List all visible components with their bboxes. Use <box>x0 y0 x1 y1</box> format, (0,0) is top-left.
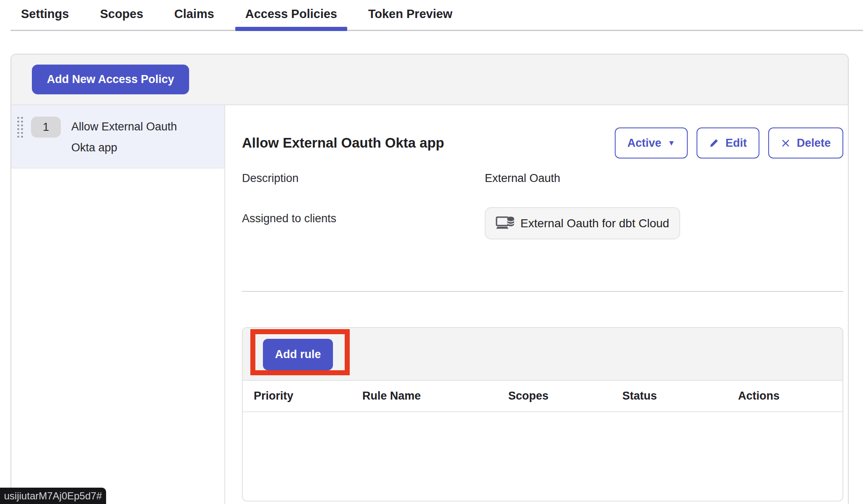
add-new-access-policy-button[interactable]: Add New Access Policy <box>32 65 189 94</box>
assigned-clients-label: Assigned to clients <box>242 207 485 225</box>
close-icon <box>781 138 790 148</box>
column-header-actions: Actions <box>727 390 842 403</box>
delete-button[interactable]: Delete <box>768 127 843 158</box>
client-chip-label: External Oauth for dbt Cloud <box>520 217 669 230</box>
status-dropdown-button[interactable]: Active ▼ <box>615 127 688 158</box>
rules-card: Add rule Priority Rule Name Scopes Statu… <box>242 327 843 501</box>
description-value: External Oauth <box>485 172 843 185</box>
status-dropdown-label: Active <box>627 137 661 150</box>
assigned-clients-value: External Oauth for dbt Cloud <box>485 207 843 239</box>
column-header-rule-name: Rule Name <box>351 390 497 403</box>
tab-token-preview[interactable]: Token Preview <box>358 0 463 28</box>
access-policies-panel: Add New Access Policy <box>10 54 849 504</box>
delete-button-label: Delete <box>797 137 831 150</box>
client-app-icon <box>496 215 515 232</box>
chevron-down-icon: ▼ <box>668 139 675 147</box>
tab-claims[interactable]: Claims <box>164 0 224 28</box>
policy-list-item-label: Allow External Oauth Okta app <box>71 116 197 158</box>
tab-settings[interactable]: Settings <box>11 0 79 28</box>
rules-table-header: Priority Rule Name Scopes Status Actions <box>243 381 842 412</box>
description-row: Description External Oauth <box>242 172 843 185</box>
policy-list-item[interactable]: 1 Allow External Oauth Okta app <box>11 105 224 169</box>
assigned-clients-row: Assigned to clients <box>242 207 843 239</box>
column-header-scopes: Scopes <box>497 390 611 403</box>
tab-label: Access Policies <box>245 7 337 21</box>
edit-button[interactable]: Edit <box>697 127 759 158</box>
tab-label: Token Preview <box>368 7 452 21</box>
column-header-priority: Priority <box>243 390 351 403</box>
tab-label: Settings <box>21 7 69 21</box>
tab-label: Scopes <box>100 7 143 21</box>
panel-body: 1 Allow External Oauth Okta app Allow Ex… <box>11 105 848 504</box>
annotation-highlight-box: Add rule <box>250 329 350 375</box>
column-header-status: Status <box>611 390 727 403</box>
tab-access-policies[interactable]: Access Policies <box>235 0 347 28</box>
link-status-tooltip: usijiutarM7Aj0Ep5d7# <box>0 488 106 504</box>
tabs: Settings Scopes Claims Access Policies T… <box>11 0 473 28</box>
tab-scopes[interactable]: Scopes <box>90 0 153 28</box>
client-chip[interactable]: External Oauth for dbt Cloud <box>485 207 680 239</box>
panel-toolbar: Add New Access Policy <box>11 55 848 105</box>
description-label: Description <box>242 172 485 185</box>
active-tab-underline <box>235 27 347 31</box>
rules-table-body <box>243 412 842 501</box>
section-divider <box>242 291 843 292</box>
policy-title: Allow External Oauth Okta app <box>242 135 444 151</box>
policy-priority-badge: 1 <box>31 117 61 138</box>
rules-toolbar: Add rule <box>243 328 842 381</box>
tab-label: Claims <box>174 7 214 21</box>
link-status-text: usijiutarM7Aj0Ep5d7# <box>4 490 102 502</box>
policy-detail: Allow External Oauth Okta app Active ▼ <box>225 105 848 504</box>
policy-list: 1 Allow External Oauth Okta app <box>11 105 225 504</box>
add-rule-button[interactable]: Add rule <box>263 339 333 370</box>
edit-button-label: Edit <box>725 137 747 150</box>
tab-bar-divider <box>10 30 863 31</box>
policy-action-buttons: Active ▼ Edit <box>615 127 843 158</box>
policy-detail-header: Allow External Oauth Okta app Active ▼ <box>242 127 843 158</box>
pencil-icon <box>709 138 719 148</box>
drag-handle-icon[interactable] <box>17 117 23 138</box>
authorization-server-page: Settings Scopes Claims Access Policies T… <box>0 0 863 504</box>
tab-bar: Settings Scopes Claims Access Policies T… <box>0 0 863 31</box>
